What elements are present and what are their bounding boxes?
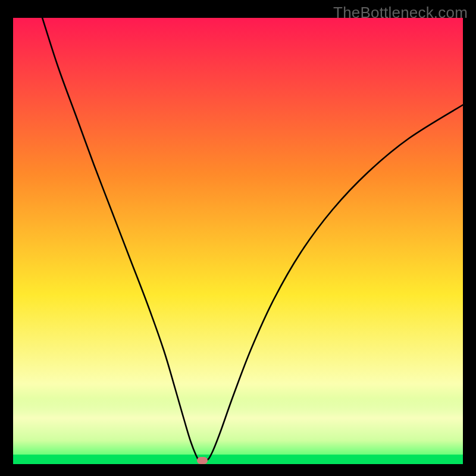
chart-stage: TheBottleneck.com: [0, 0, 476, 476]
plot-frame: [13, 18, 463, 464]
watermark-text: TheBottleneck.com: [333, 4, 468, 22]
optimum-marker: [197, 457, 208, 464]
bottleneck-curve-path: [42, 18, 463, 461]
curve-layer: [13, 18, 463, 464]
